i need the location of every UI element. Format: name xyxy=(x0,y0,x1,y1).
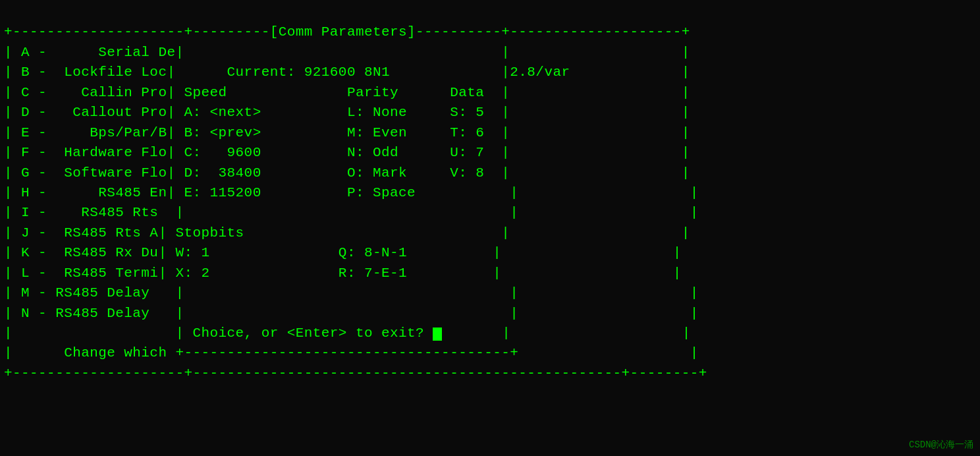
line-n: | N - RS485 Delay | | | xyxy=(4,306,699,321)
watermark-text: CSDN@沁海一涌 xyxy=(909,439,973,451)
line-change: | Change which +------------------------… xyxy=(4,345,699,360)
line-j: | J - RS485 Rts A| Stopbits | | xyxy=(4,225,690,241)
line-e: | E - Bps/Par/B| B: <prev> M: Even T: 6 … xyxy=(4,125,690,140)
line-d: | D - Callout Pro| A: <next> L: None S: … xyxy=(4,105,690,120)
line-i: | I - RS485 Rts | | | xyxy=(4,205,699,220)
line-g: | G - Software Flo| D: 38400 O: Mark V: … xyxy=(4,165,690,181)
terminal-window: +--------------------+---------[Comm Par… xyxy=(0,0,980,456)
line-l: | L - RS485 Termi| X: 2 R: 7-E-1 | | xyxy=(4,266,682,281)
line-border-top: +--------------------+---------[Comm Par… xyxy=(4,24,690,40)
terminal-body[interactable]: +--------------------+---------[Comm Par… xyxy=(0,0,980,456)
line-k: | K - RS485 Rx Du| W: 1 Q: 8-N-1 | | xyxy=(4,245,682,260)
line-border-bottom: +--------------------+------------------… xyxy=(4,366,707,381)
line-f: | F - Hardware Flo| C: 9600 N: Odd U: 7 … xyxy=(4,145,690,160)
line-c: | C - Callin Pro| Speed Parity Data | | xyxy=(4,85,690,100)
line-a: | A - Serial De| | | xyxy=(4,45,690,60)
line-m: | M - RS485 Delay | | | xyxy=(4,285,699,300)
cursor-block xyxy=(433,328,442,341)
line-h: | H - RS485 En| E: 115200 P: Space | | xyxy=(4,185,699,200)
line-b: | B - Lockfile Loc| Current: 921600 8N1 … xyxy=(4,65,690,80)
line-choice: | | Choice, or <Enter> to exit? | | xyxy=(4,326,691,341)
